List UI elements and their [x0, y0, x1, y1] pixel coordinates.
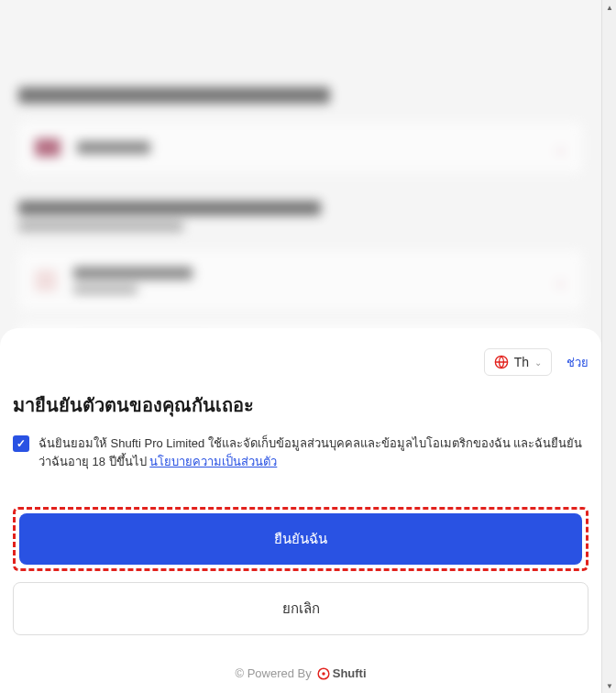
globe-icon — [494, 355, 509, 369]
verification-sheet: Th ⌄ ช่วย มายืนยันตัวตนของคุณกันเถอะ ✓ ฉ… — [0, 328, 601, 693]
consent-text-prefix: ฉันยินยอมให้ Shufti Pro Limited ใช้และจั… — [38, 436, 582, 468]
cancel-button[interactable]: ยกเลิก — [13, 582, 588, 635]
help-link[interactable]: ช่วย — [566, 353, 588, 372]
consent-row: ✓ ฉันยินยอมให้ Shufti Pro Limited ใช้และ… — [13, 434, 588, 470]
consent-text: ฉันยินยอมให้ Shufti Pro Limited ใช้และจั… — [38, 434, 588, 470]
powered-by-text: © Powered By — [235, 666, 311, 680]
language-label: Th — [514, 355, 529, 369]
highlight-border: ยืนยันฉัน — [13, 507, 588, 571]
shufti-logo: Shufti — [317, 666, 367, 680]
checkmark-icon: ✓ — [16, 437, 26, 450]
scroll-up-arrow[interactable]: ▲ — [602, 0, 616, 15]
chevron-down-icon: ⌄ — [534, 358, 542, 368]
powered-by: © Powered By Shufti — [13, 666, 588, 680]
svg-point-2 — [322, 672, 325, 676]
language-selector[interactable]: Th ⌄ — [484, 348, 552, 376]
brand-name: Shufti — [333, 666, 367, 680]
consent-checkbox[interactable]: ✓ — [13, 435, 29, 452]
shufti-icon — [317, 667, 330, 680]
verify-button[interactable]: ยืนยันฉัน — [19, 513, 582, 565]
scrollbar[interactable]: ▲ ▼ — [601, 0, 616, 693]
privacy-policy-link[interactable]: นโยบายความเป็นส่วนตัว — [149, 455, 277, 468]
sheet-header: Th ⌄ ช่วย — [13, 348, 588, 376]
sheet-title: มายืนยันตัวตนของคุณกันเถอะ — [13, 390, 588, 420]
scroll-down-arrow[interactable]: ▼ — [602, 678, 616, 693]
